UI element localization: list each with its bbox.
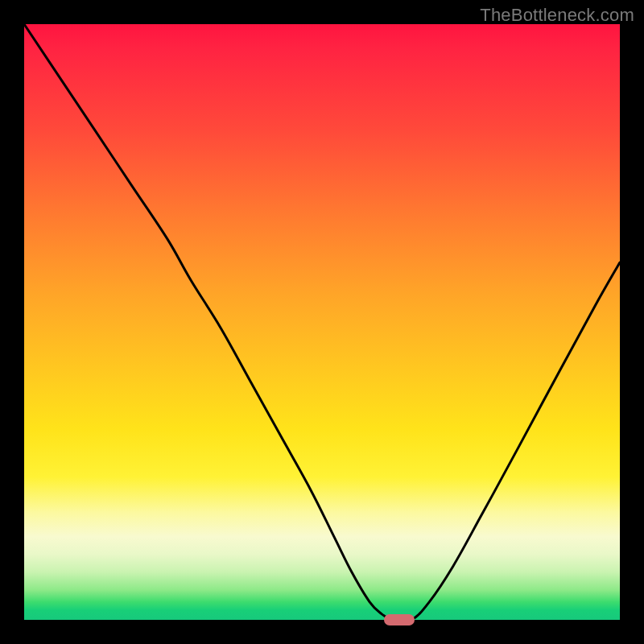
curve-path (24, 24, 620, 621)
watermark-text: TheBottleneck.com (480, 5, 634, 26)
plot-area (24, 24, 620, 620)
chart-frame: TheBottleneck.com (0, 0, 644, 644)
bottleneck-curve (24, 24, 620, 620)
optimal-marker (384, 614, 415, 625)
